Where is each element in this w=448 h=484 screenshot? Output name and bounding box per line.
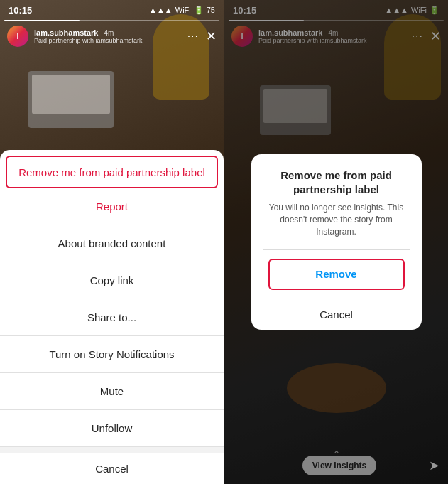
right-panel: 10:15 ▲▲▲ WiFi 🔋 I iam.subhamstark 4m Pa… [224,0,448,484]
more-options-icon[interactable]: ··· [187,30,199,43]
dialog-title: Remove me from paid partnership label [263,168,410,196]
cancel-button[interactable]: Cancel [0,447,224,484]
dialog-remove-button[interactable]: Remove [268,259,405,290]
paid-partnership-label: Paid partnership with iamsubhamstark [34,37,187,44]
signal-icon: ▲▲▲ [149,6,173,14]
avatar: I [7,26,28,47]
dialog-overlay: Remove me from paid partnership label Yo… [224,0,448,484]
status-icons: ▲▲▲ WiFi 🔋 75 [149,6,215,15]
status-bar: 10:15 ▲▲▲ WiFi 🔋 75 [0,0,224,20]
dialog-cancel-button[interactable]: Cancel [263,299,410,330]
unfollow-button[interactable]: Unfollow [0,410,224,447]
about-branded-content-button[interactable]: About branded content [0,225,224,262]
battery-icon: 🔋 [194,6,204,15]
status-time: 10:15 [9,5,32,16]
report-button[interactable]: Report [0,188,224,225]
remove-partnership-button[interactable]: Remove me from paid partnership label [6,156,218,188]
share-to-button[interactable]: Share to... [0,299,224,336]
story-user-info: iam.subhamstark 4m Paid partnership with… [34,28,187,44]
battery-level: 75 [207,6,215,14]
wifi-icon: WiFi [175,6,191,14]
close-icon[interactable]: ✕ [206,28,217,44]
copy-link-button[interactable]: Copy link [0,262,224,299]
header-actions: ··· ✕ [187,28,217,44]
left-panel: 10:15 ▲▲▲ WiFi 🔋 75 I iam.subhamstark 4m… [0,0,224,484]
story-time: 4m [104,29,114,37]
story-header: I iam.subhamstark 4m Paid partnership wi… [0,20,224,53]
dialog-actions: Remove Cancel [263,249,410,330]
dialog-box: Remove me from paid partnership label Yo… [251,154,422,329]
action-sheet: Remove me from paid partnership label Re… [0,150,224,484]
mute-button[interactable]: Mute [0,373,224,410]
story-notifications-button[interactable]: Turn on Story Notifications [0,336,224,373]
dialog-description: You will no longer see insights. This do… [263,202,410,237]
story-username: iam.subhamstark [34,28,98,37]
